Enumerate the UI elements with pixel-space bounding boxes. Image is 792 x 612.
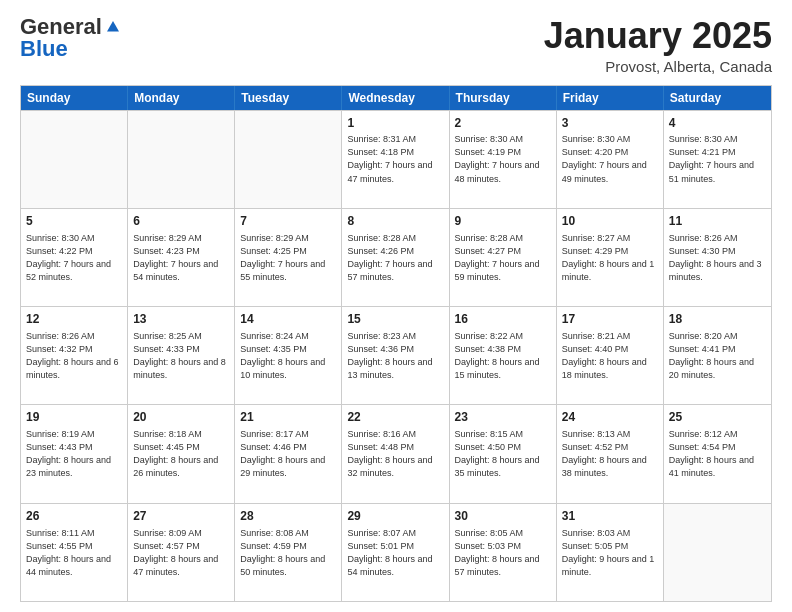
cal-header-sunday: Sunday xyxy=(21,86,128,110)
cell-info: Sunrise: 8:03 AM Sunset: 5:05 PM Dayligh… xyxy=(562,527,658,579)
cell-day-number: 13 xyxy=(133,311,229,328)
cal-header-friday: Friday xyxy=(557,86,664,110)
cal-cell: 27Sunrise: 8:09 AM Sunset: 4:57 PM Dayli… xyxy=(128,504,235,601)
cell-day-number: 29 xyxy=(347,508,443,525)
cal-cell: 22Sunrise: 8:16 AM Sunset: 4:48 PM Dayli… xyxy=(342,405,449,502)
cell-day-number: 19 xyxy=(26,409,122,426)
cell-info: Sunrise: 8:28 AM Sunset: 4:26 PM Dayligh… xyxy=(347,232,443,284)
logo: General Blue xyxy=(20,16,122,62)
cell-day-number: 31 xyxy=(562,508,658,525)
cell-info: Sunrise: 8:15 AM Sunset: 4:50 PM Dayligh… xyxy=(455,428,551,480)
cell-day-number: 20 xyxy=(133,409,229,426)
cal-row-4: 19Sunrise: 8:19 AM Sunset: 4:43 PM Dayli… xyxy=(21,404,771,502)
cal-cell: 16Sunrise: 8:22 AM Sunset: 4:38 PM Dayli… xyxy=(450,307,557,404)
cal-cell: 6Sunrise: 8:29 AM Sunset: 4:23 PM Daylig… xyxy=(128,209,235,306)
cell-day-number: 30 xyxy=(455,508,551,525)
cell-day-number: 6 xyxy=(133,213,229,230)
cal-cell: 7Sunrise: 8:29 AM Sunset: 4:25 PM Daylig… xyxy=(235,209,342,306)
cal-cell xyxy=(128,111,235,208)
page: General Blue January 2025 Provost, Alber… xyxy=(0,0,792,612)
cal-cell: 9Sunrise: 8:28 AM Sunset: 4:27 PM Daylig… xyxy=(450,209,557,306)
cell-day-number: 15 xyxy=(347,311,443,328)
logo-blue-text: Blue xyxy=(20,36,68,62)
header: General Blue January 2025 Provost, Alber… xyxy=(20,16,772,75)
calendar-body: 1Sunrise: 8:31 AM Sunset: 4:18 PM Daylig… xyxy=(21,110,771,601)
cal-cell: 1Sunrise: 8:31 AM Sunset: 4:18 PM Daylig… xyxy=(342,111,449,208)
cell-day-number: 22 xyxy=(347,409,443,426)
logo-general-text: General xyxy=(20,16,102,38)
cell-day-number: 9 xyxy=(455,213,551,230)
cal-cell: 13Sunrise: 8:25 AM Sunset: 4:33 PM Dayli… xyxy=(128,307,235,404)
cal-header-tuesday: Tuesday xyxy=(235,86,342,110)
cell-info: Sunrise: 8:26 AM Sunset: 4:32 PM Dayligh… xyxy=(26,330,122,382)
cell-day-number: 7 xyxy=(240,213,336,230)
cell-info: Sunrise: 8:11 AM Sunset: 4:55 PM Dayligh… xyxy=(26,527,122,579)
cal-cell: 25Sunrise: 8:12 AM Sunset: 4:54 PM Dayli… xyxy=(664,405,771,502)
cell-info: Sunrise: 8:21 AM Sunset: 4:40 PM Dayligh… xyxy=(562,330,658,382)
cal-cell xyxy=(235,111,342,208)
cal-cell: 24Sunrise: 8:13 AM Sunset: 4:52 PM Dayli… xyxy=(557,405,664,502)
cal-cell: 23Sunrise: 8:15 AM Sunset: 4:50 PM Dayli… xyxy=(450,405,557,502)
cal-cell xyxy=(21,111,128,208)
cal-cell: 11Sunrise: 8:26 AM Sunset: 4:30 PM Dayli… xyxy=(664,209,771,306)
cell-info: Sunrise: 8:08 AM Sunset: 4:59 PM Dayligh… xyxy=(240,527,336,579)
cell-info: Sunrise: 8:13 AM Sunset: 4:52 PM Dayligh… xyxy=(562,428,658,480)
cell-info: Sunrise: 8:23 AM Sunset: 4:36 PM Dayligh… xyxy=(347,330,443,382)
cal-cell xyxy=(664,504,771,601)
cell-info: Sunrise: 8:22 AM Sunset: 4:38 PM Dayligh… xyxy=(455,330,551,382)
cal-cell: 17Sunrise: 8:21 AM Sunset: 4:40 PM Dayli… xyxy=(557,307,664,404)
calendar-header: SundayMondayTuesdayWednesdayThursdayFrid… xyxy=(21,86,771,110)
cell-info: Sunrise: 8:20 AM Sunset: 4:41 PM Dayligh… xyxy=(669,330,766,382)
cal-row-5: 26Sunrise: 8:11 AM Sunset: 4:55 PM Dayli… xyxy=(21,503,771,601)
cell-info: Sunrise: 8:29 AM Sunset: 4:23 PM Dayligh… xyxy=(133,232,229,284)
cal-cell: 15Sunrise: 8:23 AM Sunset: 4:36 PM Dayli… xyxy=(342,307,449,404)
cal-cell: 28Sunrise: 8:08 AM Sunset: 4:59 PM Dayli… xyxy=(235,504,342,601)
cal-row-3: 12Sunrise: 8:26 AM Sunset: 4:32 PM Dayli… xyxy=(21,306,771,404)
cal-header-monday: Monday xyxy=(128,86,235,110)
cell-info: Sunrise: 8:05 AM Sunset: 5:03 PM Dayligh… xyxy=(455,527,551,579)
cell-day-number: 27 xyxy=(133,508,229,525)
cell-day-number: 16 xyxy=(455,311,551,328)
cal-cell: 30Sunrise: 8:05 AM Sunset: 5:03 PM Dayli… xyxy=(450,504,557,601)
cell-day-number: 18 xyxy=(669,311,766,328)
cal-cell: 3Sunrise: 8:30 AM Sunset: 4:20 PM Daylig… xyxy=(557,111,664,208)
cell-info: Sunrise: 8:24 AM Sunset: 4:35 PM Dayligh… xyxy=(240,330,336,382)
cal-header-thursday: Thursday xyxy=(450,86,557,110)
cal-cell: 21Sunrise: 8:17 AM Sunset: 4:46 PM Dayli… xyxy=(235,405,342,502)
cal-cell: 4Sunrise: 8:30 AM Sunset: 4:21 PM Daylig… xyxy=(664,111,771,208)
cell-day-number: 26 xyxy=(26,508,122,525)
cell-day-number: 2 xyxy=(455,115,551,132)
cal-header-wednesday: Wednesday xyxy=(342,86,449,110)
cell-day-number: 21 xyxy=(240,409,336,426)
cal-cell: 18Sunrise: 8:20 AM Sunset: 4:41 PM Dayli… xyxy=(664,307,771,404)
cell-info: Sunrise: 8:09 AM Sunset: 4:57 PM Dayligh… xyxy=(133,527,229,579)
cell-info: Sunrise: 8:07 AM Sunset: 5:01 PM Dayligh… xyxy=(347,527,443,579)
title-block: January 2025 Provost, Alberta, Canada xyxy=(544,16,772,75)
location: Provost, Alberta, Canada xyxy=(544,58,772,75)
calendar: SundayMondayTuesdayWednesdayThursdayFrid… xyxy=(20,85,772,602)
cell-day-number: 10 xyxy=(562,213,658,230)
cell-day-number: 25 xyxy=(669,409,766,426)
cell-day-number: 24 xyxy=(562,409,658,426)
cell-info: Sunrise: 8:31 AM Sunset: 4:18 PM Dayligh… xyxy=(347,133,443,185)
cal-row-1: 1Sunrise: 8:31 AM Sunset: 4:18 PM Daylig… xyxy=(21,110,771,208)
cell-info: Sunrise: 8:18 AM Sunset: 4:45 PM Dayligh… xyxy=(133,428,229,480)
cell-info: Sunrise: 8:27 AM Sunset: 4:29 PM Dayligh… xyxy=(562,232,658,284)
cell-day-number: 11 xyxy=(669,213,766,230)
cell-info: Sunrise: 8:28 AM Sunset: 4:27 PM Dayligh… xyxy=(455,232,551,284)
month-title: January 2025 xyxy=(544,16,772,56)
cal-cell: 5Sunrise: 8:30 AM Sunset: 4:22 PM Daylig… xyxy=(21,209,128,306)
svg-marker-0 xyxy=(107,21,119,32)
cell-info: Sunrise: 8:16 AM Sunset: 4:48 PM Dayligh… xyxy=(347,428,443,480)
cell-day-number: 1 xyxy=(347,115,443,132)
cell-info: Sunrise: 8:30 AM Sunset: 4:20 PM Dayligh… xyxy=(562,133,658,185)
cell-day-number: 28 xyxy=(240,508,336,525)
cell-info: Sunrise: 8:25 AM Sunset: 4:33 PM Dayligh… xyxy=(133,330,229,382)
cal-row-2: 5Sunrise: 8:30 AM Sunset: 4:22 PM Daylig… xyxy=(21,208,771,306)
cal-cell: 12Sunrise: 8:26 AM Sunset: 4:32 PM Dayli… xyxy=(21,307,128,404)
cell-day-number: 23 xyxy=(455,409,551,426)
cal-cell: 19Sunrise: 8:19 AM Sunset: 4:43 PM Dayli… xyxy=(21,405,128,502)
cell-info: Sunrise: 8:29 AM Sunset: 4:25 PM Dayligh… xyxy=(240,232,336,284)
cal-cell: 29Sunrise: 8:07 AM Sunset: 5:01 PM Dayli… xyxy=(342,504,449,601)
cal-cell: 14Sunrise: 8:24 AM Sunset: 4:35 PM Dayli… xyxy=(235,307,342,404)
